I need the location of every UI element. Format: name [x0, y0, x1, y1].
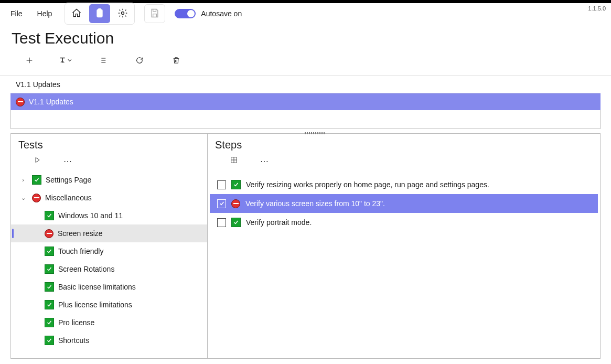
- plus-icon: [25, 56, 34, 66]
- more-icon: [63, 156, 72, 165]
- tests-panel: Tests ›Settings Page⌄MiscellaneousWindow…: [11, 134, 208, 358]
- expander-icon[interactable]: ⌄: [18, 195, 28, 201]
- step-label: Verify resizing works properly on home p…: [246, 180, 489, 189]
- test-row[interactable]: Touch friendly: [11, 242, 207, 260]
- clipboard-button[interactable]: [89, 4, 110, 23]
- run-title: V1.1 Updates: [29, 98, 73, 106]
- pass-icon: [45, 282, 54, 292]
- test-label: Settings Page: [46, 176, 91, 184]
- steps-more-button[interactable]: [259, 155, 270, 166]
- home-icon: [71, 8, 82, 20]
- steps-panel: Steps Verify resizing works properly on …: [208, 134, 600, 358]
- svg-point-9: [266, 161, 267, 162]
- fail-icon: [45, 229, 53, 238]
- play-icon: [34, 156, 41, 165]
- autosave-toggle-group: Autosave on: [175, 9, 242, 18]
- menubar: File Help Autosave on 1.1.5.0: [0, 3, 611, 24]
- fail-icon: [32, 194, 41, 202]
- svg-point-8: [264, 161, 265, 162]
- fail-icon: [16, 98, 25, 106]
- test-label: Screen resize: [58, 229, 103, 238]
- test-row[interactable]: Windows 10 and 11: [11, 207, 207, 224]
- steps-list[interactable]: Verify resizing works properly on home p…: [208, 171, 600, 236]
- step-label: Verify portrait mode.: [246, 218, 312, 227]
- trash-icon: [172, 56, 180, 66]
- pass-icon: [45, 247, 54, 256]
- tests-panel-title: Tests: [11, 134, 207, 154]
- page-title: Test Execution: [0, 24, 611, 50]
- clipboard-icon: [94, 8, 105, 20]
- steps-toolbar: [208, 154, 600, 171]
- pass-icon: [231, 180, 241, 189]
- svg-point-4: [67, 161, 68, 162]
- step-label: Verify various screen sizes from 10" to …: [245, 199, 385, 208]
- more-icon: [260, 156, 269, 165]
- tests-tree[interactable]: ›Settings Page⌄MiscellaneousWindows 10 a…: [11, 171, 207, 358]
- secondary-toolbar: [0, 50, 611, 76]
- test-row[interactable]: Basic license limitations: [11, 278, 207, 296]
- svg-point-3: [65, 161, 66, 162]
- test-label: Basic license limitations: [58, 283, 136, 291]
- svg-point-7: [261, 161, 262, 162]
- steps-grid-button[interactable]: [229, 155, 239, 166]
- steps-panel-title: Steps: [208, 134, 600, 154]
- add-button[interactable]: [22, 53, 37, 68]
- step-row[interactable]: Verify resizing works properly on home p…: [210, 175, 598, 194]
- primary-toolbar: [65, 3, 135, 25]
- test-label: Windows 10 and 11: [58, 211, 123, 220]
- save-icon: [149, 8, 160, 20]
- pass-icon: [32, 175, 41, 185]
- home-button[interactable]: [66, 4, 87, 23]
- run-banner[interactable]: V1.1 Updates: [10, 93, 601, 110]
- run-test-button[interactable]: [32, 155, 42, 166]
- step-checkbox[interactable]: [217, 218, 226, 227]
- test-label: Shortcuts: [58, 336, 89, 345]
- panels: Tests ›Settings Page⌄MiscellaneousWindow…: [10, 133, 601, 359]
- pass-icon: [45, 318, 54, 327]
- menu-file[interactable]: File: [3, 6, 30, 21]
- type-dropdown-icon: [59, 56, 73, 66]
- test-row[interactable]: ⌄Miscellaneous: [11, 189, 207, 207]
- pass-icon: [45, 300, 54, 309]
- pass-icon: [45, 264, 54, 274]
- delete-button[interactable]: [169, 53, 184, 68]
- list-icon: [99, 56, 107, 66]
- splitter-handle[interactable]: [305, 132, 326, 134]
- menu-help[interactable]: Help: [30, 6, 60, 21]
- gear-icon: [117, 8, 128, 20]
- autosave-label: Autosave on: [201, 9, 242, 18]
- pass-icon: [231, 218, 241, 227]
- refresh-icon: [135, 56, 144, 66]
- format-button[interactable]: [59, 53, 73, 68]
- test-row[interactable]: Screen resize: [11, 224, 207, 242]
- tests-more-button[interactable]: [62, 155, 73, 166]
- test-row[interactable]: ›Settings Page: [11, 171, 207, 189]
- expander-icon[interactable]: ›: [18, 177, 28, 183]
- step-checkbox[interactable]: [217, 180, 226, 189]
- test-label: Miscellaneous: [45, 194, 92, 202]
- breadcrumb[interactable]: V1.1 Updates: [10, 76, 601, 93]
- step-checkbox[interactable]: [217, 199, 226, 208]
- pass-icon: [45, 336, 54, 345]
- save-button[interactable]: [144, 4, 165, 23]
- test-label: Screen Rotations: [58, 265, 114, 273]
- test-label: Touch friendly: [58, 247, 103, 255]
- tests-toolbar: [11, 154, 207, 171]
- test-row[interactable]: Pro license: [11, 314, 207, 331]
- step-row[interactable]: Verify portrait mode.: [210, 213, 598, 232]
- list-button[interactable]: [95, 53, 110, 68]
- test-row[interactable]: Shortcuts: [11, 331, 207, 349]
- run-details-area: [10, 110, 601, 129]
- test-row[interactable]: Screen Rotations: [11, 260, 207, 278]
- test-label: Pro license: [58, 318, 94, 327]
- step-row[interactable]: Verify various screen sizes from 10" to …: [210, 194, 598, 213]
- pass-icon: [45, 211, 54, 220]
- autosave-toggle[interactable]: [175, 9, 196, 18]
- refresh-button[interactable]: [132, 53, 147, 68]
- fail-icon: [231, 199, 240, 208]
- version-label: 1.1.5.0: [588, 5, 606, 12]
- test-row[interactable]: Plus license limitations: [11, 296, 207, 314]
- grid-icon: [230, 156, 238, 165]
- settings-button[interactable]: [112, 4, 133, 23]
- svg-point-5: [70, 161, 71, 162]
